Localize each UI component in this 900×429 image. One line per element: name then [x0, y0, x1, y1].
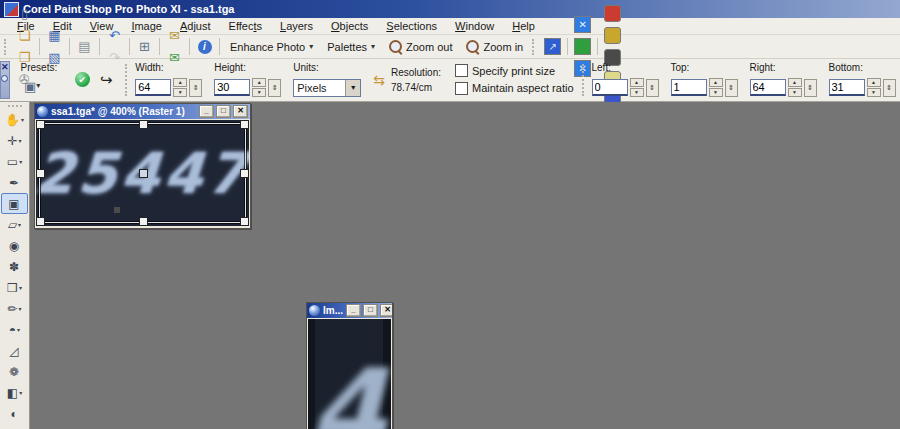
crop-handle-w[interactable]: [36, 169, 45, 178]
tool-flood-fill[interactable]: ◧ ▾: [1, 382, 28, 403]
doc2-image-area: 4: [308, 319, 391, 429]
top-slider-button[interactable]: ⇕: [725, 79, 738, 97]
tool-red-eye[interactable]: ◉: [1, 235, 28, 256]
height-spin-up[interactable]: ▲: [252, 78, 266, 87]
app-title: Corel Paint Shop Pro Photo XI - ssa1.tga: [23, 3, 234, 15]
crop-pivot-point[interactable]: [114, 207, 120, 213]
minimize-button[interactable]: _: [346, 304, 361, 317]
image-script-2-button[interactable]: [571, 36, 594, 58]
maximize-button[interactable]: □: [216, 105, 231, 118]
presets-crop-button[interactable]: ▣ ▾: [21, 75, 44, 97]
left-spin-down[interactable]: ▼: [630, 88, 644, 97]
menu-item[interactable]: Objects: [322, 19, 377, 33]
crop-handle-se[interactable]: [240, 217, 249, 226]
tool-move[interactable]: ✛ ▾: [1, 130, 28, 151]
width-spin-down[interactable]: ▼: [173, 88, 187, 97]
doc1-titlebar[interactable]: ssa1.tga* @ 400% (Raster 1) _ □ ✕: [35, 104, 250, 119]
tool-text[interactable]: A: [1, 424, 28, 429]
crop-handle-n[interactable]: [139, 120, 148, 129]
minimize-button[interactable]: _: [199, 105, 214, 118]
top-input[interactable]: [671, 79, 707, 96]
right-slider-button[interactable]: ⇕: [804, 79, 817, 97]
bottom-slider-button[interactable]: ⇕: [883, 79, 896, 97]
launch-button[interactable]: ↗: [541, 36, 564, 58]
save-button[interactable]: ▦: [43, 25, 66, 47]
menu-item[interactable]: Window: [446, 19, 503, 33]
doc2-titlebar[interactable]: Im... _ □ ✕: [307, 303, 392, 318]
menu-item[interactable]: Effects: [220, 19, 271, 33]
tool-picture-tube[interactable]: ❁: [1, 361, 28, 382]
chevron-down-icon[interactable]: ▼: [345, 80, 360, 96]
tool-makeover[interactable]: ✽: [1, 256, 28, 277]
app-titlebar[interactable]: Corel Paint Shop Pro Photo XI - ssa1.tga: [0, 0, 900, 18]
apply-button[interactable]: ✔: [71, 70, 93, 90]
crop-handle-nw[interactable]: [36, 120, 45, 129]
height-input[interactable]: [214, 79, 250, 96]
tool-paint-brush[interactable]: ✏ ▾: [1, 298, 28, 319]
crop-marquee[interactable]: [39, 123, 246, 223]
tool-clone[interactable]: ❒ ▾: [1, 277, 28, 298]
specify-print-size-checkbox[interactable]: Specify print size: [455, 64, 574, 77]
close-button[interactable]: ✕: [233, 105, 248, 118]
close-icon[interactable]: ✕: [1, 63, 9, 72]
email-button[interactable]: ✉: [163, 25, 186, 47]
crop-handle-s[interactable]: [139, 217, 148, 226]
image-script-1-button[interactable]: ✕: [571, 14, 594, 36]
enhance-photo-button[interactable]: Enhance Photo ▾: [223, 37, 320, 57]
bottom-spin-up[interactable]: ▲: [867, 78, 881, 87]
pin-icon[interactable]: [1, 75, 8, 82]
left-input[interactable]: [592, 79, 628, 96]
chevron-down-icon: ▾: [309, 43, 313, 51]
menu-item[interactable]: Help: [503, 19, 544, 33]
effect-spiral-button[interactable]: [601, 25, 624, 47]
print-button[interactable]: ▤: [73, 36, 96, 58]
palette-handle[interactable]: ✕: [0, 61, 10, 99]
palettes-button[interactable]: Palettes ▾: [320, 37, 382, 57]
tool-color-changer[interactable]: ◓ ▾: [1, 319, 28, 340]
redo-button[interactable]: ↷: [103, 47, 126, 69]
maximize-button[interactable]: □: [363, 304, 378, 317]
tool-pan[interactable]: ✋ ▾: [1, 109, 28, 130]
tool-straighten[interactable]: ▱ ▾: [1, 214, 28, 235]
top-spin-down[interactable]: ▼: [709, 88, 723, 97]
tool-dropper[interactable]: ✒: [1, 172, 28, 193]
tool-crop[interactable]: ▣: [1, 193, 28, 214]
new-file-button[interactable]: ▯: [13, 3, 36, 25]
right-input[interactable]: [750, 79, 786, 96]
palette-grip[interactable]: [8, 105, 22, 107]
bottom-input[interactable]: [829, 79, 865, 96]
menu-item[interactable]: Selections: [377, 19, 446, 33]
width-spin-up[interactable]: ▲: [173, 78, 187, 87]
crop-handle-e[interactable]: [240, 169, 249, 178]
right-spin-down[interactable]: ▼: [788, 88, 802, 97]
tool-eraser[interactable]: ◿: [1, 340, 28, 361]
height-spin-down[interactable]: ▼: [252, 88, 266, 97]
left-spin-up[interactable]: ▲: [630, 78, 644, 87]
bottom-spin-down[interactable]: ▼: [867, 88, 881, 97]
crop-handle-sw[interactable]: [36, 217, 45, 226]
maintain-aspect-ratio-checkbox[interactable]: Maintain aspect ratio: [455, 82, 574, 95]
zoom-out-button[interactable]: Zoom out: [382, 37, 459, 57]
height-slider-button[interactable]: ⇕: [268, 79, 281, 97]
effect-swirl-button[interactable]: [601, 3, 624, 25]
clear-button[interactable]: ↪: [95, 70, 117, 90]
right-spin-up[interactable]: ▲: [788, 78, 802, 87]
zoom-in-button[interactable]: Zoom in: [459, 37, 530, 57]
width-slider-button[interactable]: ⇕: [189, 79, 202, 97]
toolbar-grip[interactable]: [532, 39, 537, 55]
tool-selection[interactable]: ▭ ▾: [1, 151, 28, 172]
width-input[interactable]: [135, 79, 171, 96]
toolbar-grip[interactable]: [4, 39, 9, 55]
resize-button[interactable]: ⊞: [133, 36, 156, 58]
top-spin-up[interactable]: ▲: [709, 78, 723, 87]
left-slider-button[interactable]: ⇕: [646, 79, 659, 97]
tool-lighten-darken[interactable]: ◐: [1, 403, 28, 424]
crop-handle-center[interactable]: [139, 169, 148, 178]
crop-handle-ne[interactable]: [240, 120, 249, 129]
open-file-button[interactable]: ❏: [13, 25, 36, 47]
menu-item[interactable]: Layers: [271, 19, 322, 33]
undo-button[interactable]: ↶: [103, 25, 126, 47]
units-select[interactable]: Pixels ▼: [293, 79, 361, 97]
close-button[interactable]: ✕: [380, 304, 392, 317]
image-information-button[interactable]: i: [193, 36, 216, 58]
